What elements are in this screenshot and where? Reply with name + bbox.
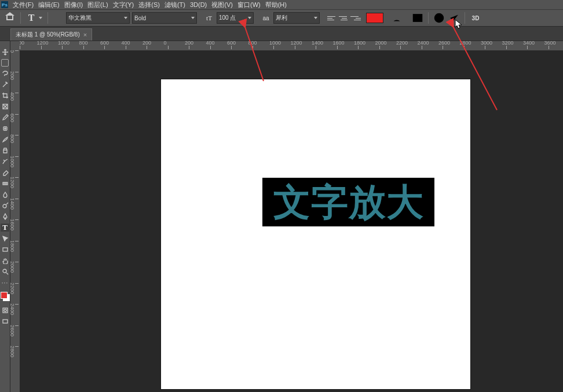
editor-viewport: 1001200100080060040020002004006008001000… (10, 41, 563, 392)
ruler-tick: 200 (15, 72, 19, 93)
tool-blur[interactable] (1, 190, 9, 199)
svg-rect-6 (3, 248, 8, 251)
font-size-dropdown[interactable]: 100 点 (217, 12, 254, 24)
ruler-tick: 0 (168, 46, 189, 49)
3d-button[interactable]: 3D (469, 12, 482, 24)
menu-filter[interactable]: 滤镜(T) (162, 1, 188, 9)
tool-pen[interactable] (1, 213, 9, 221)
antialias-dropdown[interactable]: 犀利 (273, 12, 320, 24)
font-size-value: 100 点 (219, 14, 236, 22)
chevron-down-icon (248, 17, 251, 19)
quickmask-button[interactable] (1, 306, 9, 314)
ruler-tick: 1400 (15, 199, 19, 220)
menu-edit[interactable]: 编辑(E) (36, 1, 62, 9)
toolbox: T ··· (0, 41, 10, 392)
document-canvas[interactable]: 文字放大 (161, 79, 470, 389)
cancel-button[interactable] (433, 12, 445, 24)
tool-hand[interactable] (1, 257, 9, 265)
ruler-corner (10, 41, 20, 51)
tool-clone[interactable] (1, 146, 9, 155)
svg-point-5 (3, 204, 6, 208)
tool-marquee[interactable] (1, 59, 9, 67)
tool-eyedropper[interactable] (1, 113, 9, 122)
font-style-dropdown[interactable]: Bold (132, 12, 197, 24)
canvas-scroll-area[interactable]: 文字放大 (20, 50, 563, 392)
menu-image[interactable]: 图像(I) (62, 1, 85, 9)
tool-zoom[interactable] (1, 268, 9, 276)
commit-button[interactable] (448, 12, 460, 24)
svg-rect-0 (413, 14, 423, 22)
tool-path-select[interactable] (1, 235, 9, 243)
align-left-icon (327, 16, 335, 17)
ruler-tick: 2000 (379, 46, 401, 49)
ruler-tick: 1600 (15, 219, 19, 241)
ruler-tick: 3600 (549, 46, 564, 49)
close-tab-button[interactable]: × (83, 31, 87, 38)
menu-view[interactable]: 视图(V) (209, 1, 235, 9)
tool-dodge[interactable] (1, 202, 9, 210)
menu-window[interactable]: 窗口(W) (235, 1, 263, 9)
ruler-tick: 800 (253, 46, 274, 49)
menu-3d[interactable]: 3D(D) (188, 1, 209, 8)
divider (465, 12, 465, 24)
chevron-down-icon (124, 17, 127, 19)
text-color-swatch[interactable] (366, 13, 383, 23)
tool-preset-button[interactable]: T (25, 12, 38, 24)
align-right-icon (350, 16, 359, 17)
tool-edit-toolbar[interactable]: ··· (1, 279, 9, 287)
tool-brush[interactable] (1, 135, 9, 144)
align-right-button[interactable] (350, 13, 361, 23)
tool-rectangle[interactable] (1, 246, 9, 254)
horizontal-ruler[interactable]: 1001200100080060040020002004006008001000… (20, 41, 563, 51)
text-orientation-button[interactable] (52, 12, 65, 24)
home-button[interactable] (3, 12, 16, 24)
menu-type[interactable]: 文字(Y) (111, 1, 137, 9)
tool-type[interactable]: T (1, 224, 9, 232)
ruler-tick: 2000 (15, 262, 19, 283)
text-selection-box[interactable]: 文字放大 (262, 178, 434, 226)
svg-rect-8 (3, 308, 8, 313)
chevron-down-icon[interactable] (39, 17, 42, 19)
svg-rect-10 (3, 320, 8, 323)
divider (428, 12, 429, 24)
align-left-button[interactable] (327, 13, 338, 23)
align-center-button[interactable] (339, 13, 349, 23)
tool-eraser[interactable] (1, 168, 9, 177)
font-size-icon: tT (203, 12, 215, 24)
ruler-tick: 2400 (15, 304, 19, 325)
chevron-down-icon (191, 17, 195, 19)
ruler-tick: 2200 (400, 46, 422, 49)
menu-help[interactable]: 帮助(H) (263, 1, 289, 9)
ruler-tick: 3000 (485, 46, 506, 49)
character-panel-icon (411, 12, 424, 24)
menu-layer[interactable]: 图层(L) (85, 1, 110, 9)
font-family-dropdown[interactable]: 华文雅黑 (66, 12, 130, 24)
ruler-tick: 1600 (337, 46, 359, 49)
document-tab-bar: 未标题 1 @ 50%(RGB/8) × (0, 27, 563, 41)
ruler-tick: 1800 (358, 46, 379, 49)
character-panel-button[interactable] (411, 12, 424, 24)
vertical-ruler[interactable]: 0200400600800100012001400160018002000220… (10, 50, 20, 392)
menu-file[interactable]: 文件(F) (10, 1, 36, 9)
text-layer-content: 文字放大 (273, 177, 424, 228)
screenmode-button[interactable] (1, 317, 9, 325)
tool-crop[interactable] (1, 91, 9, 100)
tool-move[interactable] (1, 48, 9, 56)
antialias-value: 犀利 (276, 14, 287, 22)
foreground-color-swatch[interactable] (1, 292, 8, 299)
color-swatches[interactable] (1, 292, 10, 301)
options-bar: T 华文雅黑 Bold tT 100 点 aa 犀利 3D (0, 10, 563, 27)
tool-history-brush[interactable] (1, 157, 9, 166)
tool-frame[interactable] (1, 102, 9, 111)
tool-gradient[interactable] (1, 179, 9, 188)
menu-bar: Ps 文件(F) 编辑(E) 图像(I) 图层(L) 文字(Y) 选择(S) 滤… (0, 0, 563, 10)
tool-lasso[interactable] (1, 69, 9, 78)
tool-magic-wand[interactable] (1, 80, 9, 89)
ruler-tick: 800 (83, 46, 105, 49)
ruler-tick: 3200 (506, 46, 528, 49)
document-tab[interactable]: 未标题 1 @ 50%(RGB/8) × (10, 28, 92, 41)
menu-select[interactable]: 选择(S) (136, 1, 162, 9)
warp-text-button[interactable] (390, 12, 403, 24)
tool-healing[interactable] (1, 124, 9, 133)
ruler-tick: 1000 (273, 46, 295, 49)
